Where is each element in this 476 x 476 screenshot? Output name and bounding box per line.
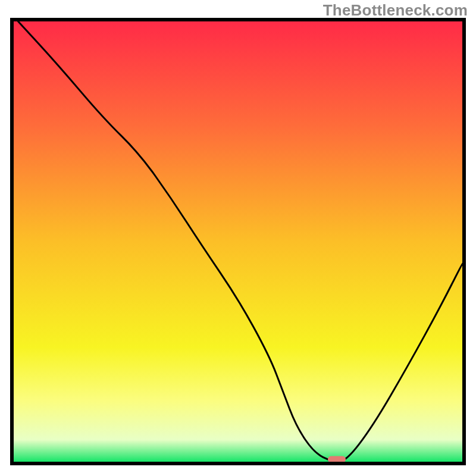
bottleneck-curve bbox=[14, 21, 462, 462]
figure-root: TheBottleneck.com bbox=[0, 0, 476, 476]
plot-area bbox=[10, 18, 466, 465]
watermark-text: TheBottleneck.com bbox=[323, 1, 468, 20]
